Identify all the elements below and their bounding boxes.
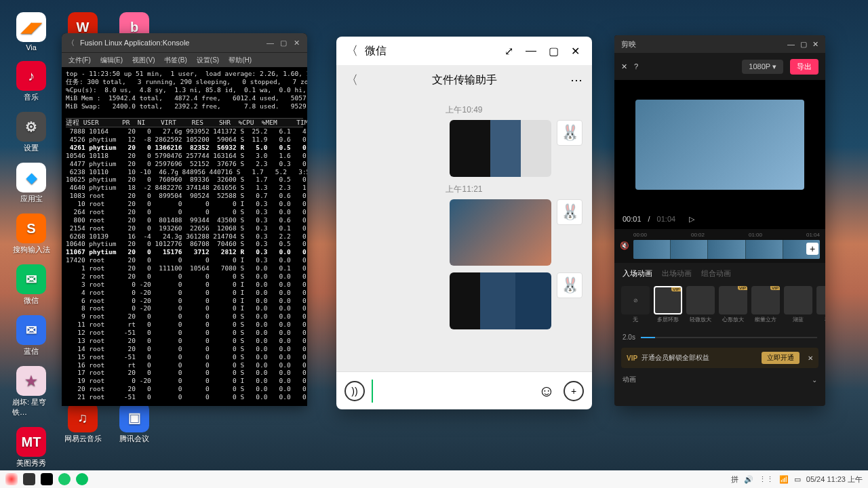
effect-item[interactable]: VIP多层环形 [654,286,682,328]
add-clip-button[interactable]: + [806,243,818,255]
desktop-icon[interactable]: ★崩坏: 星穹铁… [12,366,50,418]
system-tray[interactable]: 拼 🔊 ⋮⋮ 📶 ▭ 05/24 11:23 上午 [731,474,863,485]
anim-section[interactable]: 动画 ⌄ [614,372,825,387]
effect-item[interactable]: ⊘无 [621,286,650,328]
vip-open-button[interactable]: 立即开通 [762,352,800,364]
desktop-icon[interactable]: ♪音乐 [12,61,50,102]
ime-icon[interactable]: 拼 [731,474,738,485]
menu-item[interactable]: 书签(B) [164,56,186,65]
message-input[interactable] [372,380,530,403]
message-row: 🐰 [346,199,583,266]
menu-item[interactable]: 文件(F) [68,56,91,65]
menu-item[interactable]: 帮助(H) [229,56,252,65]
chat-input-bar: )) ☺ + [336,371,592,409]
export-button[interactable]: 导出 [790,59,818,75]
emoji-icon[interactable]: ☺ [536,381,557,401]
desktop-icon[interactable]: ◆应用宝 [12,163,50,204]
avatar[interactable]: 🐰 [557,120,583,146]
volume-icon[interactable]: 🔊 [744,475,753,484]
task-wechat-icon[interactable] [76,473,88,485]
mute-icon[interactable]: 🔇 [620,241,629,250]
back-icon[interactable]: 〈 [67,38,75,48]
vip-banner[interactable]: VIP 开通会员解锁全部权益 立即开通 ✕ [621,348,818,368]
jianying-titlebar[interactable]: 剪映 — ▢ ✕ [614,35,825,53]
desktop-icon[interactable]: ✉微信 [12,264,50,306]
voice-icon[interactable]: )) [344,381,365,401]
konsole-window[interactable]: 〈 Fusion Linux Application:Konsole — ▢ ✕… [62,33,307,406]
play-icon[interactable]: ▷ [689,215,694,224]
resolution-dropdown[interactable]: 1080P ▾ [742,60,783,74]
chevron-down-icon[interactable]: ⌄ [812,376,817,384]
minimize-icon[interactable]: — [787,40,795,48]
menu-item[interactable]: 编辑(E) [100,56,123,65]
desktop-icon[interactable]: ✉蓝信 [12,315,50,357]
wechat-window[interactable]: 〈 微信 ⤢ — ▢ ✕ 〈 文件传输助手 ⋯ 上午10:49 🐰 上午11:2… [336,37,592,409]
effect-item[interactable]: VIP能量立方 [751,286,780,328]
menu-item[interactable]: 设置(S) [197,56,219,65]
minimize-icon[interactable]: — [267,39,275,47]
konsole-menubar[interactable]: 文件(F)编辑(E)视图(V)书签(B)设置(S)帮助(H) [62,52,307,67]
menu-item[interactable]: 视图(V) [132,56,155,65]
maximize-icon[interactable]: ▢ [800,40,807,49]
desktop-icon[interactable]: S搜狗输入法 [12,214,50,255]
network-icon[interactable]: ⋮⋮ [759,475,774,484]
start-icon[interactable] [5,473,18,485]
tab-2[interactable]: 组合动画 [701,268,731,279]
jianying-window[interactable]: 剪映 — ▢ ✕ ✕ ? 1080P ▾ 导出 00:01 / 01:04 ▷ … [614,35,825,406]
image-message[interactable] [450,199,551,266]
time-current: 00:01 [623,215,642,223]
clock[interactable]: 05/24 11:23 上午 [806,474,863,485]
desktop-icon[interactable]: ◢◤Via [12,12,50,52]
back-icon[interactable]: 〈 [346,43,358,59]
duration-slider[interactable] [641,337,817,338]
timeline[interactable]: 🔇 00:0000:0201:0001:04 + [614,229,825,263]
image-message[interactable] [450,120,551,177]
close-panel-icon[interactable]: ✕ [621,62,627,71]
close-icon[interactable]: ✕ [812,40,818,49]
add-icon[interactable]: + [564,381,584,401]
display-icon[interactable]: ▭ [794,475,801,484]
close-icon[interactable]: ✕ [294,39,302,47]
more-icon[interactable]: ⋯ [570,73,583,87]
konsole-titlebar[interactable]: 〈 Fusion Linux Application:Konsole — ▢ ✕ [62,33,307,52]
expand-icon[interactable]: ⤢ [502,42,516,60]
desktop-icon[interactable]: ⚙设置 [12,112,50,153]
close-banner-icon[interactable]: ✕ [808,354,813,362]
icon-label: 网易云音乐 [64,434,102,444]
effect-item[interactable]: 湖蓝 [784,286,812,328]
avatar[interactable]: 🐰 [557,199,583,225]
maximize-icon[interactable]: ▢ [280,39,288,47]
effect-item[interactable]: VIP心形放大 [719,286,747,328]
desktop-icon[interactable]: ▣腾讯会议 [115,403,153,444]
duration-row: 2.0s [614,331,825,344]
icon-label: 搜狗输入法 [13,245,50,255]
video-track[interactable]: + [633,240,820,259]
message-row: 🐰 [346,272,583,329]
animation-tabs[interactable]: 入场动画出场动画组合动画 [614,263,825,283]
task-app-icon[interactable] [58,473,71,485]
image-message[interactable] [450,272,551,329]
effect-item[interactable]: 轻微放大 [686,286,715,328]
desktop-icon[interactable]: MT美图秀秀 [12,427,50,468]
desktop-icon[interactable]: ♫网易云音乐 [64,403,102,444]
chat-back-icon[interactable]: 〈 [346,72,358,88]
help-icon[interactable]: ? [634,62,638,70]
tab-0[interactable]: 入场动画 [623,268,652,279]
icon-label: 应用宝 [20,194,43,204]
chat-body[interactable]: 上午10:49 🐰 上午11:21 🐰 🐰 [336,95,592,371]
task-jianying-icon[interactable] [41,473,53,485]
taskbar[interactable]: 拼 🔊 ⋮⋮ 📶 ▭ 05/24 11:23 上午 [0,470,868,488]
timestamp: 上午11:21 [346,184,583,195]
minimize-icon[interactable]: — [523,42,539,60]
effect-item[interactable]: 2024 [816,286,825,328]
video-preview[interactable] [614,80,825,209]
task-terminal-icon[interactable] [23,473,35,485]
close-icon[interactable]: ✕ [568,42,583,60]
effect-list[interactable]: ⊘无VIP多层环形轻微放大VIP心形放大VIP能量立方湖蓝2024 [614,283,825,331]
wifi-icon[interactable]: 📶 [779,475,789,484]
wechat-titlebar[interactable]: 〈 微信 ⤢ — ▢ ✕ [336,37,592,65]
terminal-output[interactable]: top - 11:23:50 up 51 min, 1 user, load a… [62,67,307,404]
avatar[interactable]: 🐰 [557,272,583,298]
maximize-icon[interactable]: ▢ [546,42,561,60]
tab-1[interactable]: 出场动画 [662,268,692,279]
